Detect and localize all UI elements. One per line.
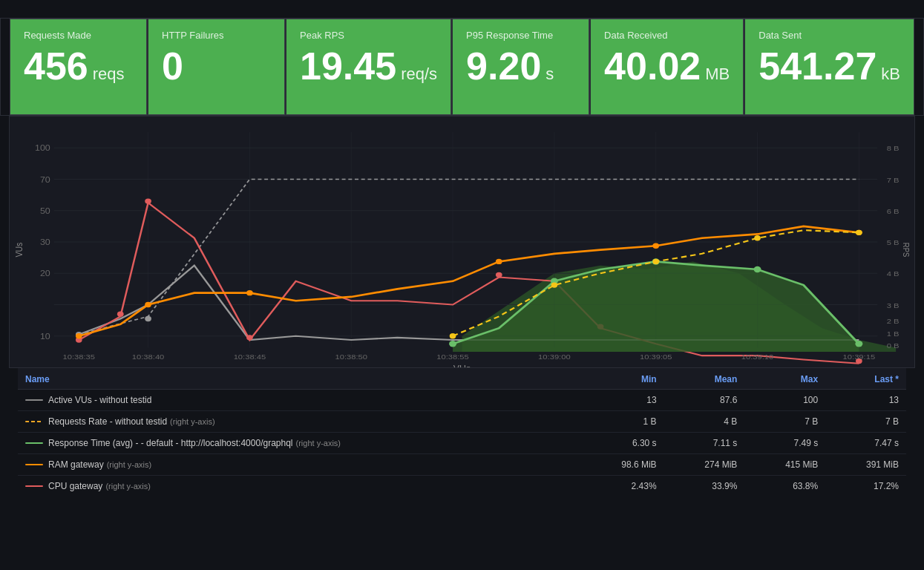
metric-value: 40.02MB (604, 45, 730, 88)
right-axis-note: (right y-axis) (105, 482, 151, 491)
table-row: Active VUs - without testid 13 87.6 100 … (18, 390, 906, 411)
svg-point-40 (754, 235, 761, 240)
metric-value: 19.45req/s (300, 45, 437, 88)
legend-last: 391 MiB (825, 454, 906, 476)
legend-color-indicator (25, 485, 43, 487)
table-row: Requests Rate - without testid (right y-… (18, 411, 906, 433)
metric-label: Requests Made (24, 30, 133, 41)
legend-min: 2.43% (579, 476, 663, 497)
svg-point-26 (145, 302, 151, 307)
svg-text:5 B: 5 B (887, 239, 900, 246)
legend-min: 13 (579, 390, 663, 411)
legend-section: Name Min Mean Max Last * Active VUs - wi… (9, 368, 915, 497)
chart-container: 100 70 50 30 20 10 VUs 10:38:35 10:38:40… (9, 116, 915, 368)
legend-last: 13 (825, 390, 906, 411)
legend-mean: 33.9% (664, 476, 745, 497)
svg-point-35 (754, 266, 761, 272)
metric-unit: reqs (93, 65, 125, 83)
svg-text:4 B: 4 B (887, 270, 900, 278)
svg-text:3 B: 3 B (887, 301, 900, 309)
svg-point-39 (652, 259, 659, 264)
legend-name: Response Time (avg) - - default - http:/… (48, 438, 293, 448)
svg-point-29 (652, 243, 659, 249)
legend-name: CPU gateway (48, 481, 102, 491)
metric-label: Data Received (604, 30, 730, 41)
table-row: RAM gateway (right y-axis) 98.6 MiB 274 … (18, 454, 906, 476)
col-name: Name (18, 368, 579, 390)
svg-point-20 (145, 198, 151, 203)
metric-card-http-failures: HTTP Failures 0 (147, 19, 285, 115)
svg-text:10:38:40: 10:38:40 (132, 353, 165, 361)
svg-text:10: 10 (40, 332, 50, 341)
svg-point-37 (450, 333, 456, 338)
legend-name: Active VUs - without testid (48, 395, 151, 405)
col-max: Max (744, 368, 825, 390)
svg-text:VUs: VUs (453, 364, 471, 367)
svg-text:10:39:15: 10:39:15 (843, 353, 876, 361)
svg-text:10:39:00: 10:39:00 (538, 353, 571, 361)
right-axis-note: (right y-axis) (170, 417, 215, 426)
table-row: Response Time (avg) - - default - http:/… (18, 433, 906, 454)
legend-max: 100 (744, 390, 825, 411)
legend-name-cell: RAM gateway (right y-axis) (18, 454, 579, 476)
svg-point-41 (856, 230, 862, 235)
svg-text:VUs: VUs (15, 242, 24, 257)
svg-text:RPS: RPS (902, 243, 911, 258)
right-axis-note: (right y-axis) (107, 460, 152, 469)
legend-min: 6.30 s (579, 433, 663, 454)
legend-name: RAM gateway (48, 459, 104, 470)
legend-mean: 4 B (664, 411, 745, 433)
chart-svg: 100 70 50 30 20 10 VUs 10:38:35 10:38:40… (10, 117, 914, 367)
metric-unit: req/s (401, 65, 437, 83)
col-min: Min (579, 368, 663, 390)
metric-card-requests-made: Requests Made 456reqs (10, 19, 147, 115)
metric-value: 541.27kB (758, 45, 900, 88)
legend-color-indicator (25, 421, 43, 422)
legend-name-cell: Requests Rate - without testid (right y-… (18, 411, 579, 433)
col-last: Last * (825, 368, 906, 390)
legend-max: 415 MiB (744, 454, 825, 476)
metrics-row: Requests Made 456reqs HTTP Failures 0 Pe… (0, 18, 924, 116)
svg-text:10:38:35: 10:38:35 (63, 353, 96, 361)
legend-color-indicator (25, 442, 43, 444)
legend-name-cell: Active VUs - without testid (18, 390, 579, 411)
svg-point-19 (117, 311, 124, 316)
legend-mean: 7.11 s (664, 433, 745, 454)
legend-name-cell: CPU gateway (right y-axis) (18, 476, 579, 497)
svg-text:20: 20 (40, 269, 50, 278)
svg-point-36 (855, 341, 862, 347)
legend-last: 7 B (825, 411, 906, 433)
svg-point-17 (145, 316, 151, 321)
svg-text:10:39:05: 10:39:05 (640, 353, 672, 361)
legend-max: 7.49 s (744, 433, 825, 454)
legend-last: 17.2% (825, 476, 906, 497)
svg-text:6 B: 6 B (887, 208, 900, 215)
legend-last: 7.47 s (825, 433, 906, 454)
legend-color-indicator (25, 464, 43, 465)
legend-mean: 274 MiB (664, 454, 745, 476)
svg-text:50: 50 (40, 207, 50, 215)
legend-table: Name Min Mean Max Last * Active VUs - wi… (18, 368, 906, 497)
svg-text:10:38:45: 10:38:45 (234, 353, 266, 361)
metric-label: Peak RPS (300, 30, 437, 41)
svg-text:30: 30 (40, 238, 50, 246)
legend-name: Requests Rate - without testid (48, 416, 167, 427)
svg-text:7 B: 7 B (887, 176, 900, 183)
svg-point-21 (246, 335, 253, 340)
svg-point-32 (449, 341, 456, 347)
svg-point-28 (496, 259, 502, 264)
svg-text:1 B: 1 B (887, 330, 900, 338)
legend-max: 63.8% (744, 476, 825, 497)
svg-point-27 (246, 290, 253, 295)
legend-min: 98.6 MiB (579, 454, 663, 476)
metric-value: 0 (162, 45, 271, 88)
legend-mean: 87.6 (664, 390, 745, 411)
svg-text:10:39:10: 10:39:10 (741, 353, 774, 361)
metric-value: 9.20s (466, 45, 575, 88)
metric-label: Data Sent (758, 30, 900, 41)
metric-unit: MB (705, 65, 730, 83)
metric-unit: kB (881, 65, 900, 83)
col-mean: Mean (664, 368, 745, 390)
metric-card-peak-rps: Peak RPS 19.45req/s (285, 19, 451, 115)
legend-color-indicator (25, 399, 43, 401)
